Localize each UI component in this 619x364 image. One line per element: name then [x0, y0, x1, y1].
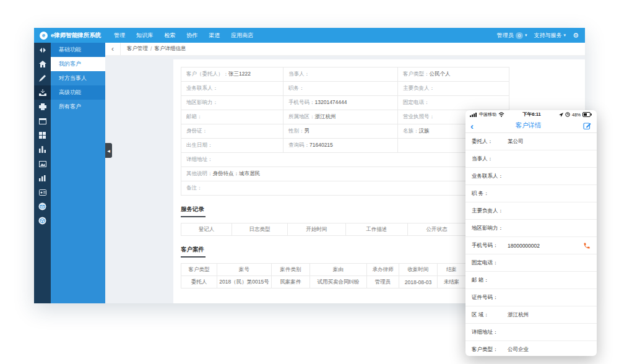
table-row[interactable]: 委托人 2018（民）第0015号 民案案件 试用买卖合同纠纷 管理员 2018…: [181, 276, 466, 288]
column-header: 结案: [438, 264, 466, 276]
nav-menu: 管理 知识库 检索 协作 渠道 应用商店: [108, 28, 259, 43]
nav-item-collaboration[interactable]: 协作: [181, 28, 203, 43]
phone-field-row[interactable]: 详细地址：: [465, 324, 597, 341]
table-row: 备注：: [181, 181, 509, 196]
column-header: 案件类别: [272, 264, 310, 276]
nav-item-manage[interactable]: 管理: [108, 28, 131, 43]
support-dropdown[interactable]: 支持与服务 ▾: [534, 32, 566, 40]
sidebar-header-advanced: 高级功能: [51, 85, 105, 100]
printer-icon[interactable]: [34, 100, 51, 114]
signal-bars-icon: [470, 112, 477, 117]
sidebar-item-my-clients[interactable]: 我的客户: [51, 57, 105, 71]
detail-cell: 手机号码：13201474444: [284, 96, 398, 110]
chevron-down-icon: ▾: [525, 33, 527, 38]
status-right: 48%: [559, 112, 592, 117]
column-header: 案由: [310, 264, 367, 276]
detail-cell: 性别：男: [284, 124, 398, 139]
column-header: 承办律师: [367, 264, 399, 276]
phone-field-row[interactable]: 地区影响力：: [465, 220, 597, 237]
column-header: 客户类型: [181, 264, 217, 276]
phone-field-row[interactable]: 邮 箱：: [465, 272, 597, 289]
phone-field-row[interactable]: 固定电话：: [465, 254, 597, 272]
edit-icon[interactable]: [583, 121, 592, 130]
detail-cell: 业务联系人：: [181, 82, 284, 96]
phone-field-row[interactable]: 主要负责人：: [465, 202, 597, 220]
mail-circle-icon[interactable]: [34, 199, 51, 214]
phone-field-row[interactable]: 委托人：某公司: [465, 133, 597, 150]
nav-item-channel[interactable]: 渠道: [203, 28, 225, 43]
gear-icon[interactable]: ⚙: [573, 32, 579, 39]
section-title-client-cases: 客户案件: [181, 246, 206, 258]
section-title-service-records: 服务记录: [181, 206, 206, 217]
column-header: 收案时间: [399, 264, 438, 276]
equalizer-icon[interactable]: [34, 142, 51, 157]
detail-cell: 客户（委托人）：张三1222: [181, 67, 284, 82]
call-icon[interactable]: [583, 242, 591, 249]
phone-status-bar: 中国移动 下午6:11 48%: [465, 110, 597, 119]
detail-cell: 当事人：: [284, 67, 398, 82]
breadcrumb-parent[interactable]: 客户管理: [127, 45, 148, 53]
detail-cell: 所属地区：浙江杭州: [284, 110, 398, 124]
table-header-row: 客户类型 案号 案件类别 案由 承办律师 收案时间 结案: [181, 264, 466, 276]
breadcrumb-current: 客户详细信息: [154, 45, 186, 53]
breadcrumb: 客户管理 / 客户详细信息: [121, 45, 186, 53]
service-records-table: 登记人 日志类型 开始时间 工作描述 公开状态: [181, 223, 466, 236]
back-chevron-icon[interactable]: ‹: [105, 43, 121, 55]
customer-detail-table: 客户（委托人）：张三1222 当事人： 客户类型：公民个人 业务联系人： 职务：…: [181, 67, 509, 196]
phone-field-row[interactable]: 区 域：浙江杭州: [465, 306, 597, 324]
case-cell: 试用买卖合同纠纷: [310, 276, 367, 288]
nav-item-search[interactable]: 检索: [158, 28, 181, 43]
sidebar-collapse-handle[interactable]: ◀: [105, 143, 112, 158]
battery-percent: 48%: [572, 113, 581, 117]
phone-field-row[interactable]: 证件号码：: [465, 289, 597, 306]
case-cell: 民案案件: [272, 276, 310, 288]
detail-cell: 出生日期：: [181, 139, 284, 153]
nav-right: 管理员 0 ▾ 支持与服务 ▾ ⚙: [497, 32, 585, 40]
sidebar-header-basic: 基础功能: [51, 43, 105, 57]
nav-item-knowledge[interactable]: 知识库: [131, 28, 158, 43]
detail-cell: 主要负责人：: [398, 82, 509, 96]
detail-cell: 详细地址：: [181, 153, 509, 167]
phone-field-row[interactable]: 职 务：: [465, 185, 597, 202]
detail-cell: 邮箱：: [181, 110, 284, 124]
detail-cell: 客户类型：公民个人: [398, 67, 509, 82]
inbox-download-icon[interactable]: [34, 85, 51, 100]
phone-field-row[interactable]: 客户类型：公司企业: [465, 341, 597, 356]
nav-item-appstore[interactable]: 应用商店: [225, 28, 259, 43]
table-row: 其他说明：身份特点：城市居民: [181, 167, 509, 181]
grid-icon[interactable]: [34, 128, 51, 142]
sidebar-item-all-clients[interactable]: 所有客户: [51, 100, 105, 114]
cube-icon[interactable]: [34, 214, 51, 228]
detail-cell: 查询码：71640215: [284, 139, 398, 153]
detail-cell: 身份证：: [181, 124, 284, 139]
case-cell: 未结案: [438, 276, 466, 288]
detail-cell: 地区影响力：: [181, 96, 284, 110]
card-panel-icon[interactable]: [34, 114, 51, 128]
brush-icon[interactable]: [34, 71, 51, 85]
column-header: 公开状态: [408, 223, 466, 236]
home-icon[interactable]: [34, 57, 51, 71]
phone-field-row[interactable]: 业务联系人：: [465, 168, 597, 185]
wifi-icon: [498, 112, 504, 117]
phone-field-row[interactable]: 当事人：: [465, 150, 597, 168]
collapse-arrows-icon[interactable]: [34, 43, 51, 57]
client-cases-table: 客户类型 案号 案件类别 案由 承办律师 收案时间 结案 委托人 2018（民）…: [181, 263, 466, 288]
phone-header: ‹ 客户详情: [465, 119, 597, 133]
image-upload-icon[interactable]: [34, 157, 51, 171]
table-header-row: 登记人 日志类型 开始时间 工作描述 公开状态: [181, 223, 466, 236]
column-header: 日志类型: [232, 223, 288, 236]
admin-dropdown[interactable]: 管理员 0 ▾: [497, 32, 527, 40]
brand-title: e律师智能律所系统: [51, 32, 101, 40]
column-header: 案号: [217, 264, 272, 276]
detail-cell: 固定电话：: [398, 96, 509, 110]
support-label: 支持与服务: [534, 32, 562, 40]
table-row: 地区影响力： 手机号码：13201474444 固定电话：: [181, 96, 509, 110]
phone-field-row-mobile[interactable]: 手机号码：18000000002: [465, 237, 597, 254]
id-badge-icon[interactable]: [34, 185, 51, 199]
bar-chart-icon[interactable]: [34, 171, 51, 185]
breadcrumb-separator: /: [150, 46, 152, 52]
sidebar-item-opposing-party[interactable]: 对方当事人: [51, 71, 105, 85]
column-header: 工作描述: [346, 223, 408, 236]
phone-page-title: 客户详情: [474, 121, 583, 130]
detail-cell: 备注：: [181, 181, 509, 196]
